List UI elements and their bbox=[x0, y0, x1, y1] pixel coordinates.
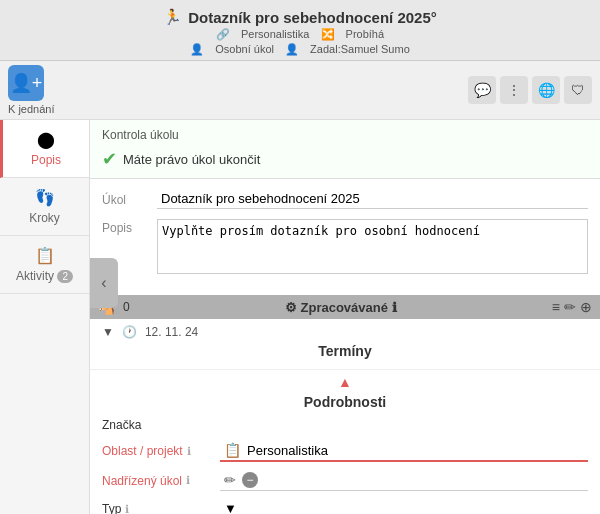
terminy-title: Termíny bbox=[102, 343, 588, 359]
oblast-row: Oblast / projekt ℹ 📋 Personalistika bbox=[102, 440, 588, 462]
top-bar-right: 💬 ⋮ 🌐 🛡 bbox=[468, 76, 592, 104]
add-icon: 👤+ bbox=[10, 72, 43, 94]
list-icon[interactable]: ≡ bbox=[552, 299, 560, 315]
more-button[interactable]: ⋮ bbox=[500, 76, 528, 104]
ukol-value-container bbox=[157, 189, 588, 209]
kroky-icon: 👣 bbox=[35, 188, 55, 207]
sidebar-item-kroky[interactable]: 👣 Kroky bbox=[0, 178, 89, 236]
typ-row: Typ ℹ ▼ bbox=[102, 499, 588, 514]
terminy-date: 12. 11. 24 bbox=[145, 325, 198, 339]
task-type: Osobní úkol bbox=[215, 43, 274, 55]
top-bar-left: 👤+ K jednání bbox=[8, 65, 54, 115]
link-icon: 🔗 bbox=[216, 28, 230, 40]
popis-icon: ⬤ bbox=[37, 130, 55, 149]
globe-button[interactable]: 🌐 bbox=[532, 76, 560, 104]
header-icon: 🏃 bbox=[163, 8, 182, 26]
nadrizeny-field: ✏ − bbox=[220, 470, 588, 491]
nadrizeny-label: Nadřízený úkol ℹ bbox=[102, 474, 212, 488]
add-button[interactable]: 👤+ bbox=[8, 65, 44, 101]
toolbar-row: 🐴 0 ⚙ Zpracovávané ℹ ≡ ✏ ⊕ bbox=[90, 295, 600, 319]
popis-label: Popis bbox=[31, 153, 61, 167]
header: 🏃 Dotazník pro sebehodnocení 2025° 🔗 Per… bbox=[0, 0, 600, 61]
sidebar-item-aktivity[interactable]: 📋 Aktivity 2 bbox=[0, 236, 89, 294]
status-label: Probíhá bbox=[346, 28, 385, 40]
podrobnosti-title: Podrobnosti bbox=[102, 394, 588, 410]
ukol-input[interactable] bbox=[157, 189, 588, 209]
toolbar-center: ⚙ Zpracovávané ℹ bbox=[285, 300, 397, 315]
form-section: Úkol Popis bbox=[90, 179, 600, 295]
popis-value-container bbox=[157, 217, 588, 277]
chat-button[interactable]: 💬 bbox=[468, 76, 496, 104]
typ-info-icon[interactable]: ℹ bbox=[125, 503, 129, 515]
oblast-label: Oblast / projekt ℹ bbox=[102, 444, 212, 458]
oblast-info-icon[interactable]: ℹ bbox=[187, 445, 191, 458]
typ-dropdown-icon[interactable]: ▼ bbox=[224, 501, 237, 514]
horse-count: 0 bbox=[123, 300, 130, 314]
kontrola-ok: ✔ Máte právo úkol ukončit bbox=[102, 148, 588, 170]
back-icon: ‹ bbox=[101, 274, 106, 292]
add-toolbar-icon[interactable]: ⊕ bbox=[580, 299, 592, 315]
popis-row: Popis bbox=[102, 217, 588, 277]
typ-field[interactable]: ▼ bbox=[220, 499, 588, 514]
dropdown-icon[interactable]: ▼ bbox=[102, 325, 114, 339]
zadal-icon: 👤 bbox=[285, 43, 299, 55]
nadrizeny-remove-btn[interactable]: − bbox=[242, 472, 258, 488]
toolbar-right: ≡ ✏ ⊕ bbox=[552, 299, 592, 315]
processing-icon: ⚙ bbox=[285, 300, 297, 315]
sidebar: ⬤ Popis 👣 Kroky 📋 Aktivity 2 bbox=[0, 120, 90, 514]
header-subtitle: 🔗 Personalistika 🔀 Probíhá bbox=[4, 28, 596, 41]
project-name: Personalistika bbox=[241, 28, 309, 40]
oblast-icon: 📋 bbox=[224, 442, 241, 458]
podrobnosti-section: ▲ Podrobnosti Značka Oblast / projekt ℹ … bbox=[90, 370, 600, 514]
top-bar: 👤+ K jednání 💬 ⋮ 🌐 🛡 bbox=[0, 61, 600, 120]
shield-button[interactable]: 🛡 bbox=[564, 76, 592, 104]
aktivity-badge: 2 bbox=[57, 270, 73, 283]
nadrizeny-edit-icon[interactable]: ✏ bbox=[224, 472, 236, 488]
up-arrow-container: ▲ bbox=[102, 374, 588, 390]
content-area: Kontrola úkolu ✔ Máte právo úkol ukončit… bbox=[90, 120, 600, 514]
edit-toolbar-icon[interactable]: ✏ bbox=[564, 299, 576, 315]
oblast-value: Personalistika bbox=[247, 443, 328, 458]
user-icon: 👤 bbox=[190, 43, 204, 55]
nadrizeny-info-icon[interactable]: ℹ bbox=[186, 474, 190, 487]
znacka-label: Značka bbox=[102, 418, 212, 432]
up-arrow-icon[interactable]: ▲ bbox=[338, 374, 352, 390]
kontrola-message: Máte právo úkol ukončit bbox=[123, 152, 260, 167]
terminy-row: ▼ 🕐 12. 11. 24 bbox=[102, 325, 588, 339]
nadrizeny-row: Nadřízený úkol ℹ ✏ − bbox=[102, 470, 588, 491]
check-icon: ✔ bbox=[102, 148, 117, 170]
oblast-field[interactable]: 📋 Personalistika bbox=[220, 440, 588, 462]
popis-textarea[interactable] bbox=[157, 219, 588, 274]
main-layout: ⬤ Popis 👣 Kroky 📋 Aktivity 2 Kontrola úk… bbox=[0, 120, 600, 514]
popis-label-form: Popis bbox=[102, 217, 157, 235]
header-title: 🏃 Dotazník pro sebehodnocení 2025° bbox=[4, 8, 596, 26]
ukol-label: Úkol bbox=[102, 189, 157, 207]
aktivity-label: Aktivity 2 bbox=[16, 269, 73, 283]
kontrola-section: Kontrola úkolu ✔ Máte právo úkol ukončit bbox=[90, 120, 600, 179]
header-subtitle2: 👤 Osobní úkol 👤 Zadal:Samuel Sumo bbox=[4, 43, 596, 56]
kontrola-title: Kontrola úkolu bbox=[102, 128, 588, 142]
flow-icon: 🔀 bbox=[321, 28, 335, 40]
sidebar-item-popis[interactable]: ⬤ Popis bbox=[0, 120, 89, 178]
zadal-label: Zadal:Samuel Sumo bbox=[310, 43, 410, 55]
kroky-label: Kroky bbox=[29, 211, 60, 225]
clock-icon: 🕐 bbox=[122, 325, 137, 339]
processing-label: Zpracovávané bbox=[301, 300, 388, 315]
back-button[interactable]: ‹ bbox=[90, 258, 118, 308]
aktivity-icon: 📋 bbox=[35, 246, 55, 265]
typ-label: Typ ℹ bbox=[102, 502, 212, 514]
znacka-row: Značka bbox=[102, 418, 588, 432]
k-jednani-label: K jednání bbox=[8, 103, 54, 115]
ukol-row: Úkol bbox=[102, 189, 588, 209]
processing-info-icon[interactable]: ℹ bbox=[392, 300, 397, 315]
page-title: Dotazník pro sebehodnocení 2025° bbox=[188, 9, 437, 26]
terminy-section: ▼ 🕐 12. 11. 24 Termíny bbox=[90, 319, 600, 370]
